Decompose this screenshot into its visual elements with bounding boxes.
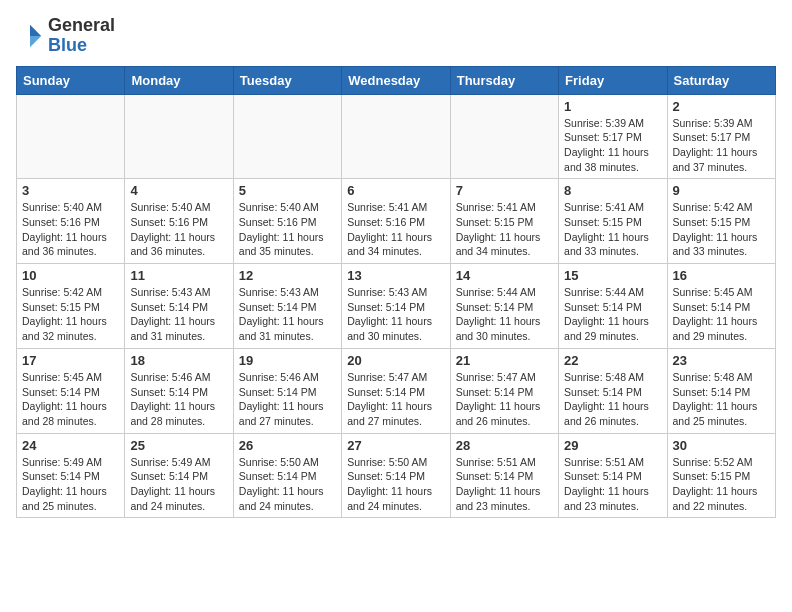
day-info: Sunrise: 5:44 AM Sunset: 5:14 PM Dayligh… [564,285,661,344]
day-info: Sunrise: 5:50 AM Sunset: 5:14 PM Dayligh… [239,455,336,514]
calendar-week-3: 10Sunrise: 5:42 AM Sunset: 5:15 PM Dayli… [17,264,776,349]
day-number: 14 [456,268,553,283]
day-number: 28 [456,438,553,453]
svg-marker-0 [30,25,41,36]
page-header: General Blue [16,16,776,56]
calendar-cell: 8Sunrise: 5:41 AM Sunset: 5:15 PM Daylig… [559,179,667,264]
day-info: Sunrise: 5:47 AM Sunset: 5:14 PM Dayligh… [456,370,553,429]
calendar-cell: 25Sunrise: 5:49 AM Sunset: 5:14 PM Dayli… [125,433,233,518]
day-info: Sunrise: 5:49 AM Sunset: 5:14 PM Dayligh… [130,455,227,514]
calendar-cell: 15Sunrise: 5:44 AM Sunset: 5:14 PM Dayli… [559,264,667,349]
day-number: 13 [347,268,444,283]
logo: General Blue [16,16,115,56]
calendar-cell: 3Sunrise: 5:40 AM Sunset: 5:16 PM Daylig… [17,179,125,264]
day-info: Sunrise: 5:40 AM Sunset: 5:16 PM Dayligh… [22,200,119,259]
day-number: 27 [347,438,444,453]
day-info: Sunrise: 5:43 AM Sunset: 5:14 PM Dayligh… [347,285,444,344]
calendar-header: SundayMondayTuesdayWednesdayThursdayFrid… [17,66,776,94]
day-number: 24 [22,438,119,453]
day-number: 4 [130,183,227,198]
calendar-body: 1Sunrise: 5:39 AM Sunset: 5:17 PM Daylig… [17,94,776,518]
day-info: Sunrise: 5:40 AM Sunset: 5:16 PM Dayligh… [239,200,336,259]
weekday-header-saturday: Saturday [667,66,775,94]
day-number: 2 [673,99,770,114]
calendar-cell [342,94,450,179]
day-info: Sunrise: 5:43 AM Sunset: 5:14 PM Dayligh… [130,285,227,344]
calendar-table: SundayMondayTuesdayWednesdayThursdayFrid… [16,66,776,519]
calendar-cell: 28Sunrise: 5:51 AM Sunset: 5:14 PM Dayli… [450,433,558,518]
calendar-week-1: 1Sunrise: 5:39 AM Sunset: 5:17 PM Daylig… [17,94,776,179]
calendar-cell: 11Sunrise: 5:43 AM Sunset: 5:14 PM Dayli… [125,264,233,349]
day-info: Sunrise: 5:42 AM Sunset: 5:15 PM Dayligh… [673,200,770,259]
weekday-header-tuesday: Tuesday [233,66,341,94]
calendar-cell [125,94,233,179]
day-info: Sunrise: 5:42 AM Sunset: 5:15 PM Dayligh… [22,285,119,344]
day-info: Sunrise: 5:48 AM Sunset: 5:14 PM Dayligh… [673,370,770,429]
weekday-header-friday: Friday [559,66,667,94]
day-info: Sunrise: 5:41 AM Sunset: 5:15 PM Dayligh… [564,200,661,259]
day-info: Sunrise: 5:46 AM Sunset: 5:14 PM Dayligh… [130,370,227,429]
calendar-cell: 6Sunrise: 5:41 AM Sunset: 5:16 PM Daylig… [342,179,450,264]
day-number: 17 [22,353,119,368]
calendar-cell: 24Sunrise: 5:49 AM Sunset: 5:14 PM Dayli… [17,433,125,518]
calendar-cell [17,94,125,179]
logo-icon [16,22,44,50]
calendar-cell: 17Sunrise: 5:45 AM Sunset: 5:14 PM Dayli… [17,348,125,433]
day-info: Sunrise: 5:44 AM Sunset: 5:14 PM Dayligh… [456,285,553,344]
day-info: Sunrise: 5:47 AM Sunset: 5:14 PM Dayligh… [347,370,444,429]
weekday-header-wednesday: Wednesday [342,66,450,94]
weekday-header-monday: Monday [125,66,233,94]
day-info: Sunrise: 5:40 AM Sunset: 5:16 PM Dayligh… [130,200,227,259]
day-info: Sunrise: 5:52 AM Sunset: 5:15 PM Dayligh… [673,455,770,514]
calendar-cell: 2Sunrise: 5:39 AM Sunset: 5:17 PM Daylig… [667,94,775,179]
calendar-cell: 21Sunrise: 5:47 AM Sunset: 5:14 PM Dayli… [450,348,558,433]
calendar-cell: 16Sunrise: 5:45 AM Sunset: 5:14 PM Dayli… [667,264,775,349]
day-info: Sunrise: 5:39 AM Sunset: 5:17 PM Dayligh… [564,116,661,175]
calendar-cell: 27Sunrise: 5:50 AM Sunset: 5:14 PM Dayli… [342,433,450,518]
day-info: Sunrise: 5:45 AM Sunset: 5:14 PM Dayligh… [673,285,770,344]
day-info: Sunrise: 5:46 AM Sunset: 5:14 PM Dayligh… [239,370,336,429]
day-number: 6 [347,183,444,198]
calendar-cell [450,94,558,179]
day-number: 21 [456,353,553,368]
calendar-cell: 23Sunrise: 5:48 AM Sunset: 5:14 PM Dayli… [667,348,775,433]
calendar-cell: 12Sunrise: 5:43 AM Sunset: 5:14 PM Dayli… [233,264,341,349]
calendar-cell: 4Sunrise: 5:40 AM Sunset: 5:16 PM Daylig… [125,179,233,264]
day-number: 25 [130,438,227,453]
day-info: Sunrise: 5:45 AM Sunset: 5:14 PM Dayligh… [22,370,119,429]
day-number: 19 [239,353,336,368]
day-info: Sunrise: 5:41 AM Sunset: 5:15 PM Dayligh… [456,200,553,259]
svg-marker-1 [30,36,41,47]
calendar-week-5: 24Sunrise: 5:49 AM Sunset: 5:14 PM Dayli… [17,433,776,518]
day-number: 20 [347,353,444,368]
day-number: 7 [456,183,553,198]
calendar-cell: 1Sunrise: 5:39 AM Sunset: 5:17 PM Daylig… [559,94,667,179]
calendar-cell: 30Sunrise: 5:52 AM Sunset: 5:15 PM Dayli… [667,433,775,518]
day-number: 10 [22,268,119,283]
calendar-cell: 19Sunrise: 5:46 AM Sunset: 5:14 PM Dayli… [233,348,341,433]
calendar-cell: 14Sunrise: 5:44 AM Sunset: 5:14 PM Dayli… [450,264,558,349]
calendar-cell: 7Sunrise: 5:41 AM Sunset: 5:15 PM Daylig… [450,179,558,264]
logo-blue-text: Blue [48,36,115,56]
day-number: 16 [673,268,770,283]
day-number: 30 [673,438,770,453]
calendar-cell: 5Sunrise: 5:40 AM Sunset: 5:16 PM Daylig… [233,179,341,264]
calendar-cell: 18Sunrise: 5:46 AM Sunset: 5:14 PM Dayli… [125,348,233,433]
calendar-cell: 10Sunrise: 5:42 AM Sunset: 5:15 PM Dayli… [17,264,125,349]
calendar-cell: 29Sunrise: 5:51 AM Sunset: 5:14 PM Dayli… [559,433,667,518]
day-info: Sunrise: 5:43 AM Sunset: 5:14 PM Dayligh… [239,285,336,344]
calendar-week-2: 3Sunrise: 5:40 AM Sunset: 5:16 PM Daylig… [17,179,776,264]
logo-general-text: General [48,16,115,36]
day-number: 3 [22,183,119,198]
day-number: 26 [239,438,336,453]
day-number: 8 [564,183,661,198]
calendar-cell: 26Sunrise: 5:50 AM Sunset: 5:14 PM Dayli… [233,433,341,518]
calendar-cell: 9Sunrise: 5:42 AM Sunset: 5:15 PM Daylig… [667,179,775,264]
day-number: 11 [130,268,227,283]
day-info: Sunrise: 5:48 AM Sunset: 5:14 PM Dayligh… [564,370,661,429]
day-info: Sunrise: 5:39 AM Sunset: 5:17 PM Dayligh… [673,116,770,175]
calendar-cell: 20Sunrise: 5:47 AM Sunset: 5:14 PM Dayli… [342,348,450,433]
day-info: Sunrise: 5:49 AM Sunset: 5:14 PM Dayligh… [22,455,119,514]
day-number: 29 [564,438,661,453]
day-number: 9 [673,183,770,198]
